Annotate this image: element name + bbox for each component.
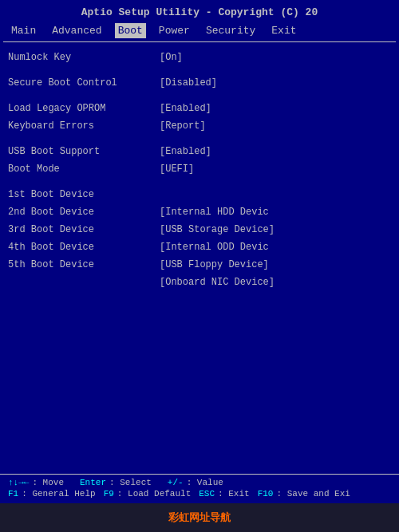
- help-enter-key: Enter: [80, 478, 106, 487]
- boot3-value: [USB Storage Device]: [152, 223, 391, 237]
- help-esc-desc: : Exit: [218, 489, 250, 499]
- setting-boot3[interactable]: 3rd Boot Device [USB Storage Device]: [8, 221, 391, 238]
- help-value-key: +/-: [168, 478, 184, 487]
- help-f10-desc: : Save and Exi: [276, 489, 350, 499]
- help-row2: F1 : General Help F9 : Load Default ESC …: [8, 489, 391, 499]
- watermark-text: 彩虹网址导航: [168, 510, 231, 525]
- help-f1: F1 : General Help: [8, 489, 96, 499]
- secure-boot-label: Secure Boot Control: [8, 76, 152, 90]
- numlock-value: [On]: [152, 50, 391, 65]
- setting-usb-boot[interactable]: USB Boot Support [Enabled]: [8, 143, 391, 160]
- help-move: ↑↓→← : Move: [8, 478, 64, 487]
- gap2: [8, 92, 391, 100]
- keyboard-errors-value: [Report]: [152, 119, 391, 133]
- boot2-label: 2nd Boot Device: [8, 205, 152, 219]
- title-bar: Aptio Setup Utility - Copyright (C) 20: [0, 0, 399, 22]
- menu-item-exit[interactable]: Exit: [268, 23, 299, 38]
- setting-boot5[interactable]: 5th Boot Device [USB Floppy Device]: [8, 256, 391, 274]
- menu-item-power[interactable]: Power: [156, 23, 193, 38]
- setting-numlock[interactable]: Numlock Key [On]: [8, 49, 391, 66]
- secure-boot-value: [Disabled]: [152, 76, 391, 90]
- legacy-oprom-label: Load Legacy OPROM: [8, 101, 152, 116]
- help-f1-key: F1: [8, 489, 18, 499]
- boot1-label: 1st Boot Device: [8, 187, 152, 202]
- boot2-value: [Internal HDD Devic: [152, 205, 391, 219]
- menu-item-security[interactable]: Security: [203, 23, 259, 38]
- numlock-label: Numlock Key: [8, 50, 152, 65]
- keyboard-errors-label: Keyboard Errors: [8, 119, 152, 133]
- onboard-nic-value: [Onboard NIC Device]: [152, 275, 391, 290]
- title-text: Aptio Setup Utility - Copyright (C) 20: [81, 6, 318, 18]
- legacy-oprom-value: [Enabled]: [152, 101, 391, 116]
- help-row1: ↑↓→← : Move Enter : Select +/- : Value: [8, 478, 391, 487]
- onboard-nic-label: [8, 275, 152, 290]
- setting-boot1[interactable]: 1st Boot Device: [8, 186, 391, 203]
- usb-boot-label: USB Boot Support: [8, 144, 152, 159]
- setting-boot2[interactable]: 2nd Boot Device [Internal HDD Devic: [8, 203, 391, 221]
- help-f1-desc: : General Help: [22, 489, 95, 499]
- help-value-desc: : Value: [187, 478, 223, 487]
- boot3-label: 3rd Boot Device: [8, 223, 152, 237]
- gap1: [8, 66, 391, 74]
- help-f9-desc: : Load Default: [117, 489, 191, 499]
- help-move-key: ↑↓→←: [8, 478, 29, 487]
- help-f9: F9 : Load Default: [104, 489, 192, 499]
- menu-bar[interactable]: Main Advanced Boot Power Security Exit: [0, 22, 399, 40]
- help-value: +/- : Value: [168, 478, 223, 487]
- help-esc: ESC : Exit: [199, 489, 249, 499]
- help-enter: Enter : Select: [80, 478, 152, 487]
- setting-keyboard-errors[interactable]: Keyboard Errors [Report]: [8, 117, 391, 135]
- setting-onboard-nic: [Onboard NIC Device]: [8, 274, 391, 291]
- help-esc-key: ESC: [199, 489, 215, 499]
- menu-item-boot[interactable]: Boot: [115, 23, 146, 38]
- menu-item-advanced[interactable]: Advanced: [49, 23, 105, 38]
- setting-secure-boot[interactable]: Secure Boot Control [Disabled]: [8, 74, 391, 92]
- boot5-label: 5th Boot Device: [8, 258, 152, 272]
- setting-boot4[interactable]: 4th Boot Device [Internal ODD Devic: [8, 238, 391, 256]
- boot5-value: [USB Floppy Device]: [152, 258, 391, 272]
- help-enter-desc: : Select: [109, 478, 152, 487]
- help-f10-key: F10: [258, 489, 274, 499]
- boot-mode-value: [UEFI]: [152, 162, 391, 176]
- settings-list: Numlock Key [On] Secure Boot Control [Di…: [8, 49, 391, 291]
- usb-boot-value: [Enabled]: [152, 144, 391, 159]
- help-f10: F10 : Save and Exi: [258, 489, 350, 499]
- setting-boot-mode[interactable]: Boot Mode [UEFI]: [8, 160, 391, 178]
- menu-item-main[interactable]: Main: [8, 23, 39, 38]
- boot1-value: [152, 187, 391, 202]
- gap3: [8, 135, 391, 143]
- bios-screen: Aptio Setup Utility - Copyright (C) 20 M…: [0, 0, 399, 532]
- watermark: 彩虹网址导航: [0, 503, 399, 532]
- setting-legacy-oprom[interactable]: Load Legacy OPROM [Enabled]: [8, 100, 391, 117]
- help-move-desc: : Move: [32, 478, 64, 487]
- boot4-label: 4th Boot Device: [8, 240, 152, 254]
- gap4: [8, 178, 391, 186]
- boot-mode-label: Boot Mode: [8, 162, 152, 176]
- help-bar: ↑↓→← : Move Enter : Select +/- : Value F…: [0, 474, 399, 500]
- main-content: Numlock Key [On] Secure Boot Control [Di…: [0, 42, 399, 298]
- help-f9-key: F9: [104, 489, 114, 499]
- boot4-value: [Internal ODD Devic: [152, 240, 391, 254]
